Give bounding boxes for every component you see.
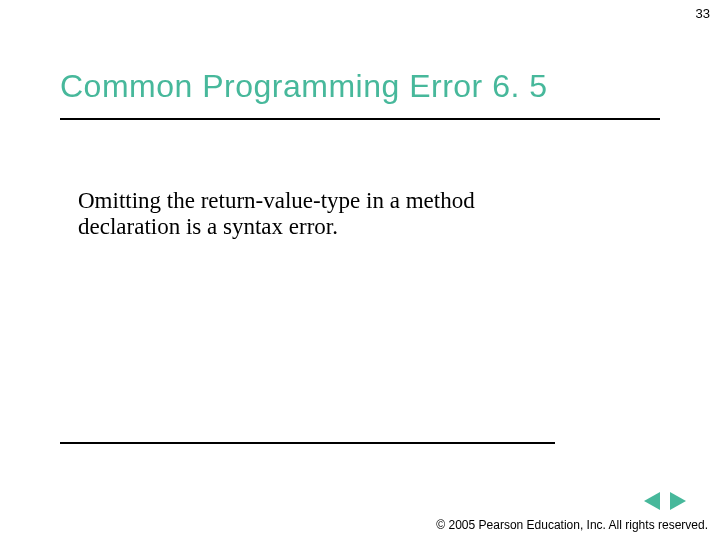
- prev-slide-icon[interactable]: [644, 492, 660, 510]
- body-text: Omitting the return-value-type in a meth…: [78, 188, 558, 241]
- slide-title: Common Programming Error 6. 5: [60, 68, 548, 105]
- page-number: 33: [696, 6, 710, 21]
- copyright-text: © 2005 Pearson Education, Inc. All right…: [436, 518, 708, 532]
- nav-buttons: [644, 492, 686, 510]
- divider-bottom: [60, 442, 555, 444]
- next-slide-icon[interactable]: [670, 492, 686, 510]
- divider-top: [60, 118, 660, 120]
